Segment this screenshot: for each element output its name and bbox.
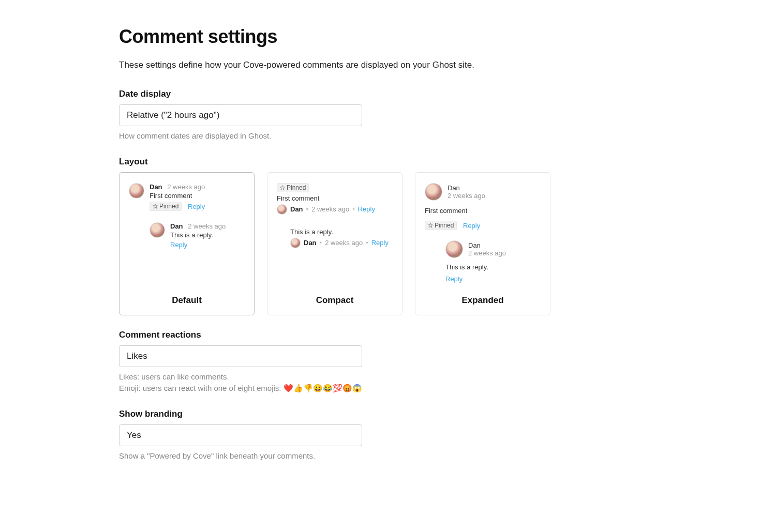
comment-time: 2 weeks ago bbox=[311, 205, 349, 213]
reply-link[interactable]: Reply bbox=[463, 222, 480, 230]
comment-time: 2 weeks ago bbox=[447, 192, 485, 200]
branding-help: Show a "Powered by Cove" link beneath yo… bbox=[119, 450, 755, 462]
layout-label: Layout bbox=[119, 157, 755, 167]
comment-author: Dan bbox=[150, 183, 162, 191]
reply-link[interactable]: Reply bbox=[188, 203, 205, 210]
avatar bbox=[277, 204, 287, 215]
avatar bbox=[150, 222, 165, 238]
star-icon bbox=[153, 204, 158, 209]
svg-marker-0 bbox=[153, 204, 157, 208]
reply-author: Dan bbox=[304, 239, 317, 247]
reply-link[interactable]: Reply bbox=[358, 205, 375, 213]
separator: • bbox=[306, 205, 309, 213]
reactions-select[interactable]: Likes bbox=[119, 345, 362, 367]
separator: • bbox=[352, 205, 355, 213]
layout-option-default[interactable]: Dan 2 weeks ago First comment Pinned Rep… bbox=[119, 172, 255, 315]
reactions-help-line1: Likes: users can like comments. bbox=[119, 371, 755, 383]
branding-label: Show branding bbox=[119, 409, 755, 419]
page-title: Comment settings bbox=[119, 26, 755, 48]
comment-text: First comment bbox=[425, 207, 541, 215]
star-icon bbox=[428, 223, 433, 228]
separator: • bbox=[320, 239, 322, 247]
reply-author: Dan bbox=[170, 222, 183, 230]
comment-text: First comment bbox=[277, 194, 393, 202]
comment-text: First comment bbox=[150, 192, 245, 200]
date-display-select[interactable]: Relative ("2 hours ago") bbox=[119, 104, 362, 126]
date-display-help: How comment dates are displayed in Ghost… bbox=[119, 130, 755, 142]
svg-marker-1 bbox=[280, 185, 285, 189]
layout-option-expanded[interactable]: Dan 2 weeks ago First comment Pinned Rep… bbox=[415, 172, 550, 315]
layout-title-compact: Compact bbox=[267, 288, 402, 315]
svg-marker-2 bbox=[428, 223, 432, 227]
layout-title-expanded: Expanded bbox=[415, 288, 550, 315]
layout-option-compact[interactable]: Pinned First comment Dan • 2 weeks ago •… bbox=[267, 172, 402, 315]
pinned-label: Pinned bbox=[159, 203, 178, 210]
avatar bbox=[425, 183, 442, 201]
reply-author: Dan bbox=[468, 241, 506, 249]
pinned-label: Pinned bbox=[287, 184, 306, 191]
pinned-label: Pinned bbox=[435, 222, 454, 229]
reply-text: This is a reply. bbox=[445, 263, 541, 271]
reply-link[interactable]: Reply bbox=[445, 275, 462, 283]
pinned-badge: Pinned bbox=[425, 221, 457, 230]
reactions-label: Comment reactions bbox=[119, 330, 755, 340]
pinned-badge: Pinned bbox=[277, 183, 309, 192]
comment-author: Dan bbox=[290, 205, 303, 213]
reply-link[interactable]: Reply bbox=[371, 239, 389, 247]
avatar bbox=[290, 238, 301, 248]
layout-title-default: Default bbox=[120, 288, 254, 315]
comment-author: Dan bbox=[447, 184, 485, 192]
reactions-help-line2: Emoji: users can react with one of eight… bbox=[119, 383, 755, 394]
reply-time: 2 weeks ago bbox=[188, 222, 226, 230]
reply-link[interactable]: Reply bbox=[170, 241, 187, 249]
star-icon bbox=[280, 185, 285, 190]
date-display-label: Date display bbox=[119, 89, 755, 99]
reply-text: This is a reply. bbox=[170, 231, 245, 239]
pinned-badge: Pinned bbox=[150, 202, 182, 211]
layout-preview-expanded: Dan 2 weeks ago First comment Pinned Rep… bbox=[415, 173, 550, 288]
separator: • bbox=[366, 239, 368, 247]
avatar bbox=[445, 240, 463, 258]
page-intro: These settings define how your Cove-powe… bbox=[119, 60, 755, 70]
layout-preview-compact: Pinned First comment Dan • 2 weeks ago •… bbox=[267, 173, 402, 288]
comment-time: 2 weeks ago bbox=[167, 183, 205, 191]
reply-time: 2 weeks ago bbox=[325, 239, 363, 247]
reply-time: 2 weeks ago bbox=[468, 249, 506, 257]
branding-select[interactable]: Yes bbox=[119, 424, 362, 446]
avatar bbox=[129, 183, 144, 199]
reply-text: This is a reply. bbox=[290, 228, 393, 236]
layout-preview-default: Dan 2 weeks ago First comment Pinned Rep… bbox=[120, 173, 254, 288]
reactions-help: Likes: users can like comments. Emoji: u… bbox=[119, 371, 755, 394]
